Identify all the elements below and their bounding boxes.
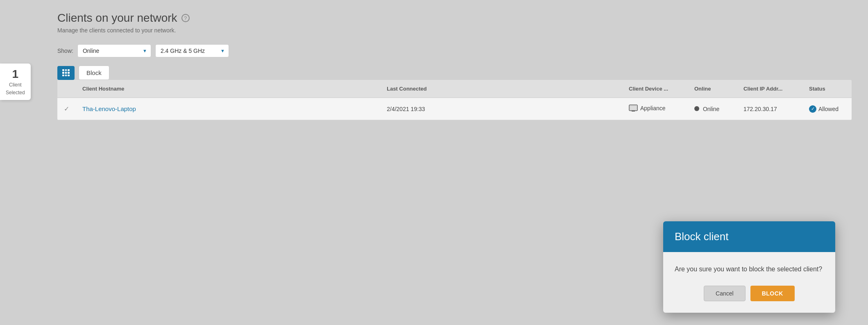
col-device-type: Client Device ...	[622, 80, 688, 98]
modal-message: Are you sure you want to block the selec…	[675, 264, 824, 274]
page-title: Clients on your network	[57, 11, 177, 25]
toolbar-row: Block	[57, 66, 852, 80]
table-header-row: Client Hostname Last Connected Client De…	[57, 80, 852, 98]
status-label: Allowed	[818, 106, 839, 112]
modal-actions: Cancel BLOCK	[675, 286, 824, 301]
last-connected-cell: 2/4/2021 19:33	[380, 98, 622, 120]
client-selected-badge: 1 Client Selected	[0, 64, 31, 100]
clients-table-container: Client Hostname Last Connected Client De…	[57, 80, 852, 120]
page-title-container: Clients on your network ?	[57, 11, 852, 25]
grid-icon	[62, 69, 70, 77]
online-status-label: Online	[703, 106, 719, 112]
device-type-label: Appliance	[640, 105, 666, 111]
cancel-button[interactable]: Cancel	[704, 286, 746, 301]
col-checkbox	[57, 80, 76, 98]
appliance-icon	[629, 105, 638, 112]
help-icon[interactable]: ?	[181, 14, 190, 22]
status-cell: ✓ Allowed	[802, 98, 852, 120]
checkmark-icon: ✓	[64, 105, 69, 112]
main-content: 1 Client Selected Clients on your networ…	[0, 0, 868, 325]
block-confirm-button[interactable]: BLOCK	[750, 286, 795, 301]
modal-header: Block client	[663, 221, 835, 252]
col-ip: Client IP Addr...	[737, 80, 802, 98]
online-status-cell: Online	[688, 98, 737, 120]
grid-view-button[interactable]	[57, 66, 75, 80]
col-hostname: Client Hostname	[76, 80, 380, 98]
page-subtitle: Manage the clients connected to your net…	[57, 27, 852, 34]
status-allowed-container: ✓ Allowed	[809, 105, 845, 113]
svg-rect-1	[630, 106, 637, 110]
client-hostname-link[interactable]: Tha-Lenovo-Laptop	[82, 105, 136, 112]
show-label: Show:	[57, 48, 73, 54]
band-select[interactable]: 2.4 GHz & 5 GHz 2.4 GHz 5 GHz	[155, 44, 229, 57]
filter-row: Show: Online Offline All 2.4 GHz & 5 GHz…	[57, 44, 852, 57]
table-row: ✓ Tha-Lenovo-Laptop 2/4/2021 19:33	[57, 98, 852, 120]
band-select-wrapper: 2.4 GHz & 5 GHz 2.4 GHz 5 GHz	[155, 44, 229, 57]
online-dot-icon	[694, 106, 699, 111]
col-online: Online	[688, 80, 737, 98]
selected-count: 1	[6, 68, 25, 81]
block-button[interactable]: Block	[79, 66, 109, 80]
clients-table: Client Hostname Last Connected Client De…	[57, 80, 852, 120]
show-select-wrapper: Online Offline All	[77, 44, 151, 57]
block-client-modal: Block client Are you sure you want to bl…	[663, 221, 835, 313]
show-select[interactable]: Online Offline All	[77, 44, 151, 57]
status-check-icon: ✓	[809, 105, 816, 113]
client-hostname-cell: Tha-Lenovo-Laptop	[76, 98, 380, 120]
device-type-cell: Appliance	[622, 98, 688, 120]
device-icon-container: Appliance	[629, 105, 666, 112]
row-checkbox-cell[interactable]: ✓	[57, 98, 76, 120]
col-status: Status	[802, 80, 852, 98]
modal-body: Are you sure you want to block the selec…	[663, 252, 835, 313]
col-last-connected: Last Connected	[380, 80, 622, 98]
svg-rect-2	[632, 111, 635, 111]
ip-address-cell: 172.20.30.17	[737, 98, 802, 120]
selected-label: Client Selected	[6, 82, 25, 95]
modal-title: Block client	[675, 230, 824, 243]
